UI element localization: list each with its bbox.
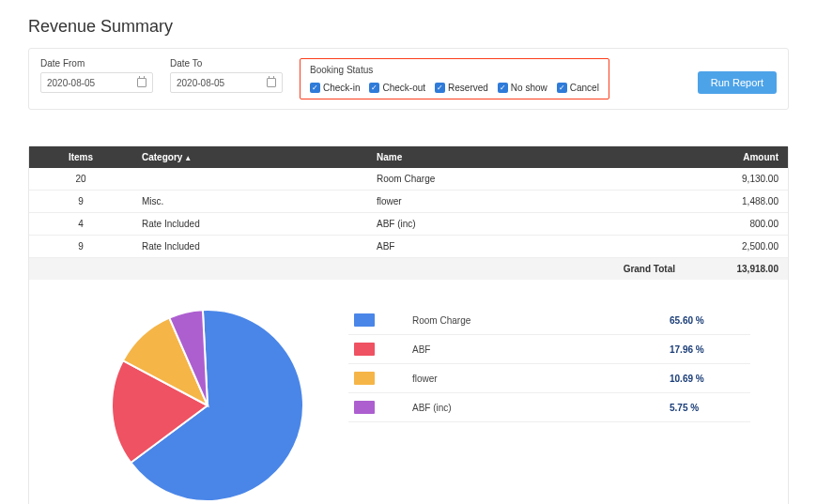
legend-name: ABF	[412, 344, 670, 355]
date-from-input[interactable]: 2020-08-05	[40, 72, 153, 93]
legend-row: ABF (inc)5.75 %	[348, 393, 750, 422]
status-checkbox[interactable]: ✓Cancel	[557, 83, 599, 93]
legend-name: ABF (inc)	[412, 403, 670, 413]
date-from-value: 2020-08-05	[47, 78, 95, 88]
legend-swatch	[354, 401, 375, 414]
date-from-group: Date From 2020-08-05	[40, 58, 153, 93]
status-checkbox[interactable]: ✓Check-out	[369, 83, 425, 93]
page-title: Revenue Summary	[28, 17, 789, 37]
cell-name: ABF	[367, 236, 685, 258]
legend-swatch	[354, 343, 375, 356]
col-category[interactable]: Category▲	[132, 146, 367, 168]
table-row: 20Room Charge9,130.00	[29, 168, 788, 191]
cell-items: 9	[29, 191, 132, 213]
legend-percent: 17.96 %	[670, 344, 745, 355]
cell-amount: 9,130.00	[685, 168, 788, 191]
revenue-table: Items Category▲ Name Amount 20Room Charg…	[29, 146, 788, 280]
legend-percent: 5.75 %	[670, 403, 745, 413]
date-to-value: 2020-08-05	[177, 78, 224, 88]
legend-name: Room Charge	[412, 315, 670, 326]
col-name[interactable]: Name	[367, 146, 685, 168]
pie-chart	[104, 302, 311, 504]
filter-panel: Date From 2020-08-05 Date To 2020-08-05 …	[28, 48, 789, 110]
col-amount[interactable]: Amount	[685, 146, 788, 168]
cell-items: 9	[29, 236, 132, 258]
chart-legend: Room Charge65.60 %ABF17.96 %flower10.69 …	[348, 306, 750, 422]
legend-swatch	[354, 372, 375, 385]
checkbox-icon: ✓	[310, 83, 320, 93]
col-items[interactable]: Items	[29, 146, 132, 168]
date-to-label: Date To	[170, 58, 283, 69]
date-to-input[interactable]: 2020-08-05	[170, 72, 283, 93]
cell-name: flower	[367, 191, 685, 213]
calendar-icon	[137, 78, 146, 87]
status-checkbox-label: Cancel	[570, 83, 599, 93]
checkbox-icon: ✓	[498, 83, 508, 93]
status-checkbox[interactable]: ✓No show	[498, 83, 547, 93]
cell-amount: 800.00	[685, 213, 788, 236]
status-checkbox[interactable]: ✓Check-in	[310, 83, 360, 93]
date-from-label: Date From	[40, 58, 153, 69]
checkbox-icon: ✓	[557, 83, 567, 93]
table-row: 9Rate IncludedABF2,500.00	[29, 236, 788, 258]
cell-name: ABF (inc)	[367, 213, 685, 236]
legend-percent: 10.69 %	[670, 374, 745, 384]
status-checkbox-label: Check-out	[382, 83, 425, 93]
cell-category: Misc.	[132, 191, 367, 213]
status-checkbox[interactable]: ✓Reserved	[435, 83, 488, 93]
checkbox-icon: ✓	[369, 83, 379, 93]
table-row: 9Misc.flower1,488.00	[29, 191, 788, 213]
legend-percent: 65.60 %	[670, 315, 745, 326]
run-report-button[interactable]: Run Report	[698, 71, 777, 94]
cell-name: Room Charge	[367, 168, 685, 191]
status-checkbox-label: Reserved	[448, 83, 488, 93]
legend-row: flower10.69 %	[348, 364, 750, 393]
table-row: 4Rate IncludedABF (inc)800.00	[29, 213, 788, 236]
legend-name: flower	[412, 374, 670, 384]
cell-amount: 1,488.00	[685, 191, 788, 213]
cell-items: 20	[29, 168, 132, 191]
calendar-icon	[267, 78, 276, 87]
booking-status-label: Booking Status	[310, 65, 599, 75]
cell-amount: 2,500.00	[685, 236, 788, 258]
checkbox-icon: ✓	[435, 83, 445, 93]
sort-asc-icon: ▲	[184, 154, 192, 162]
grand-total-amount: 13,918.00	[685, 258, 788, 281]
booking-status-group: Booking Status ✓Check-in✓Check-out✓Reser…	[300, 58, 609, 99]
cell-items: 4	[29, 213, 132, 236]
col-category-label: Category	[142, 152, 182, 162]
report-panel: Items Category▲ Name Amount 20Room Charg…	[28, 145, 789, 504]
cell-category: Rate Included	[132, 236, 367, 258]
date-to-group: Date To 2020-08-05	[170, 58, 283, 93]
legend-row: Room Charge65.60 %	[348, 306, 750, 335]
status-checkbox-label: Check-in	[323, 83, 360, 93]
cell-category	[132, 168, 367, 191]
grand-total-label: Grand Total	[29, 258, 685, 281]
cell-category: Rate Included	[132, 213, 367, 236]
legend-row: ABF17.96 %	[348, 335, 750, 364]
legend-swatch	[354, 313, 375, 327]
status-checkbox-label: No show	[511, 83, 547, 93]
